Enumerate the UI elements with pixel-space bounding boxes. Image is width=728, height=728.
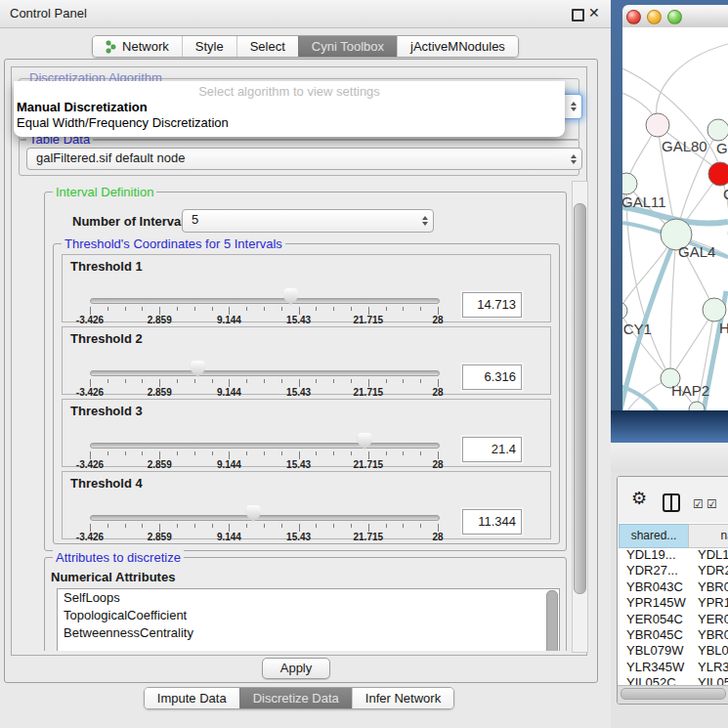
algorithm-dropdown-popup: Select algorithm to view settings Manual… — [14, 81, 565, 137]
numerical-attributes-list[interactable]: SelfLoopsTopologicalCoefficientBetweenne… — [57, 588, 560, 651]
network-edge-thick[interactable] — [622, 384, 661, 410]
tab-impute-data[interactable]: Impute Data — [145, 688, 239, 708]
tick-label: -3.426 — [76, 315, 104, 325]
attribute-list-item[interactable]: SelfLoops — [58, 589, 559, 607]
table-row[interactable]: YBL079WYBL079W — [618, 643, 728, 659]
settings-scroll-area: Interval Definition Number of Intervals … — [19, 181, 572, 651]
scrollbar-thumb[interactable] — [621, 688, 726, 700]
tab-style[interactable]: Style — [182, 36, 236, 57]
cell-name: YDR27... — [698, 563, 728, 578]
threshold-value-field[interactable]: 21.4 — [462, 437, 522, 462]
threshold-panel-1: Threshold 1-3.4262.8599.14415.4321.71528… — [62, 254, 551, 322]
tab-label: Impute Data — [157, 691, 227, 706]
slider-track[interactable] — [90, 370, 440, 376]
cell-name: YPR145W — [698, 595, 728, 611]
network-edge[interactable] — [622, 68, 720, 172]
threshold-value-field[interactable]: 14.713 — [462, 292, 522, 318]
cell-name: YBL079W — [698, 643, 728, 659]
tick-label: 2.859 — [148, 532, 172, 542]
tick-label: 15.43 — [286, 532, 311, 542]
tick-label: 28 — [432, 315, 443, 325]
close-traffic-light-icon[interactable] — [626, 10, 641, 24]
attribute-list-item[interactable]: BetweennessCentrality — [58, 624, 559, 642]
split-columns-icon[interactable] — [663, 493, 680, 512]
tab-select[interactable]: Select — [236, 36, 298, 57]
control-panel: Control Panel ✕ NetworkStyleSelectCyni T… — [0, 0, 611, 728]
dropdown-option-manual[interactable]: Manual Discretization — [14, 100, 565, 115]
tick-label: 9.144 — [217, 532, 241, 542]
network-edge[interactable] — [670, 235, 676, 378]
apply-button[interactable]: Apply — [262, 658, 330, 679]
node-label: GCY1 — [622, 321, 652, 337]
table-row[interactable]: YDR27...YDR27... — [618, 563, 728, 578]
slider-track[interactable] — [90, 515, 440, 521]
table-row[interactable]: YBR043CYBR043C — [618, 579, 728, 595]
tick-label: 2.859 — [148, 387, 172, 398]
slider-track[interactable] — [90, 298, 440, 304]
list-scrollbar-thumb[interactable] — [546, 590, 558, 651]
slider-track[interactable] — [90, 443, 440, 449]
checkbox-icon[interactable]: ☑ — [707, 497, 717, 511]
tick-label: 15.43 — [286, 315, 311, 325]
cell-name: YBR045C — [698, 627, 728, 643]
table-row[interactable]: YDL19...YDL19... — [618, 547, 728, 563]
cell-name: YER054C — [698, 612, 728, 627]
table-row[interactable]: YLR345WYLR345W — [618, 660, 728, 675]
network-window-titlebar[interactable] — [622, 5, 728, 28]
network-node-c[interactable] — [708, 162, 728, 186]
cell-shared-name: YBL079W — [626, 643, 684, 659]
settings-vertical-scrollbar[interactable] — [572, 181, 588, 653]
tick-label: -3.426 — [76, 459, 104, 470]
top-tab-bar: NetworkStyleSelectCyni ToolboxjActiveMNo… — [0, 35, 611, 58]
number-of-intervals-value: 5 — [192, 212, 198, 227]
zoom-traffic-light-icon[interactable] — [667, 10, 682, 24]
checkbox-icon[interactable]: ☑ — [693, 497, 704, 511]
scrollbar-thumb[interactable] — [574, 203, 586, 594]
number-of-intervals-combobox[interactable]: 5 — [182, 209, 434, 233]
threshold-value-field[interactable]: 6.316 — [462, 364, 522, 390]
table-row[interactable]: YBR045CYBR045C — [618, 627, 728, 643]
gear-icon[interactable]: ⚙ — [631, 488, 647, 509]
tab-cyni-toolbox[interactable]: Cyni Toolbox — [298, 36, 397, 57]
tick-label: 9.144 — [217, 459, 241, 470]
tick-label: 21.715 — [354, 459, 384, 470]
table-row[interactable]: YPR145WYPR145W — [618, 595, 728, 611]
tab-discretize-data[interactable]: Discretize Data — [239, 688, 352, 708]
network-node[interactable] — [689, 402, 705, 410]
column-header-shared-name[interactable]: shared... — [619, 524, 689, 548]
tab-network[interactable]: Network — [93, 36, 182, 57]
node-label: GAL4 — [678, 243, 715, 260]
cell-shared-name: YDR27... — [626, 563, 678, 578]
tab-jactivemnodules[interactable]: jActiveMNodules — [397, 36, 518, 57]
float-window-icon[interactable] — [572, 9, 584, 21]
column-header-name[interactable]: name — [688, 524, 728, 548]
node-label: HAP2 — [671, 382, 709, 399]
threshold-value-field[interactable]: 11.344 — [462, 509, 522, 535]
network-node-g[interactable] — [707, 119, 728, 141]
threshold-label: Threshold 1 — [70, 259, 143, 274]
cell-shared-name: YPR145W — [626, 595, 686, 611]
network-node-h[interactable] — [703, 298, 726, 321]
network-node-gal80[interactable] — [646, 113, 669, 137]
network-edge[interactable] — [657, 44, 728, 125]
interval-definition-title: Interval Definition — [53, 185, 156, 199]
bottom-tab-bar: Impute DataDiscretize DataInfer Network — [0, 687, 598, 709]
table-data-combobox[interactable]: galFiltered.sif default node — [26, 148, 582, 170]
threshold-panel-3: Threshold 3-3.4262.8599.14415.4321.71528… — [62, 399, 551, 467]
slider-scale: -3.4262.8599.14415.4321.71528 — [90, 315, 438, 326]
minimize-traffic-light-icon[interactable] — [647, 10, 662, 24]
table-toolbar: ⚙ ☑ ☑ — [618, 477, 728, 523]
network-node-gal11[interactable] — [622, 173, 637, 194]
network-canvas[interactable]: GAL80GCGAL11GAL4GCY1HHAP2 — [622, 27, 728, 410]
combo-stepper-icon — [571, 154, 577, 164]
close-icon[interactable]: ✕ — [588, 5, 600, 21]
attribute-list-item[interactable]: TopologicalCoefficient — [58, 607, 559, 624]
network-node-gcy1[interactable] — [622, 302, 627, 320]
table-row[interactable]: YER054CYER054C — [618, 612, 728, 627]
tab-infer-network[interactable]: Infer Network — [352, 688, 453, 708]
dropdown-option-equal-width[interactable]: Equal Width/Frequency Discretization — [14, 115, 565, 131]
table-horizontal-scrollbar[interactable] — [618, 685, 728, 705]
thresholds-group: Threshold's Coordinates for 5 Intervals … — [53, 243, 560, 544]
cell-name: YLR345W — [698, 660, 728, 675]
tick-label: 21.715 — [354, 387, 384, 398]
